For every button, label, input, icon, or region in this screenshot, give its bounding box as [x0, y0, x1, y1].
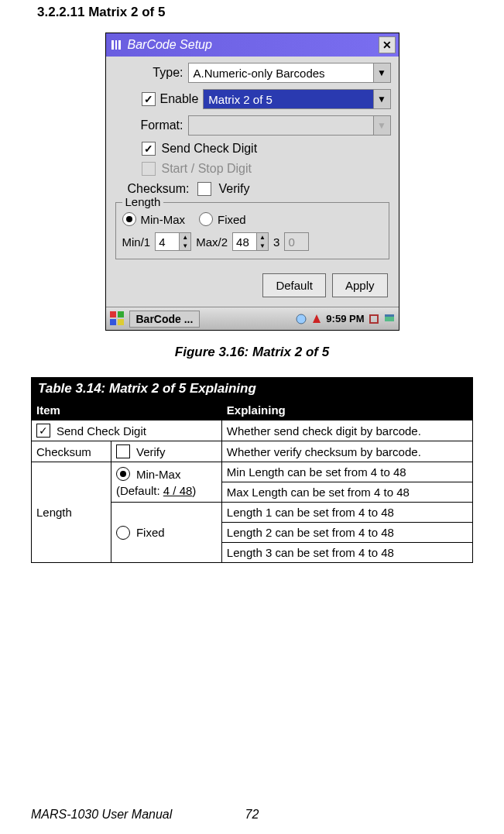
start-icon[interactable]: [109, 311, 126, 328]
svg-rect-8: [370, 315, 378, 323]
window-title: BarCode Setup: [128, 38, 374, 52]
col-item: Item: [32, 400, 222, 420]
page-footer: MARS-1030 User Manual 72: [0, 808, 504, 822]
enable-dropdown[interactable]: Matrix 2 of 5 ▼: [203, 89, 390, 109]
table-explain: Length 1 can be set from 4 to 48: [221, 503, 472, 523]
svg-rect-3: [110, 311, 116, 317]
table-item: Checksum: [32, 441, 111, 462]
length-legend: Length: [122, 195, 164, 208]
table-item: Fixed: [136, 526, 165, 539]
radio-icon: [116, 467, 130, 481]
verify-checkbox[interactable]: [197, 182, 211, 196]
svg-rect-0: [111, 40, 114, 50]
table-explain: Whether send check digit by barcode.: [221, 420, 472, 441]
apply-button[interactable]: Apply: [332, 273, 388, 297]
three-spinner: [284, 232, 309, 251]
chevron-down-icon: ▼: [373, 63, 390, 82]
svg-rect-2: [118, 40, 121, 50]
app-icon: [109, 38, 123, 52]
three-label: 3: [273, 235, 279, 249]
type-label: Type:: [114, 66, 183, 80]
format-label: Format:: [114, 118, 183, 132]
table-default: (Default: 4 / 48): [116, 484, 196, 497]
send-check-digit-label: Send Check Digit: [162, 142, 258, 156]
minmax-radio-label: Min-Max: [141, 213, 186, 226]
min1-spinner[interactable]: ▲▼: [155, 232, 191, 251]
figure-caption: Figure 3.16: Matrix 2 of 5: [31, 345, 473, 360]
table-item: Send Check Digit: [57, 424, 146, 438]
svg-rect-5: [110, 319, 116, 325]
up-icon[interactable]: ▲: [257, 233, 268, 242]
table-explain: Length 2 can be set from 4 to 48: [221, 523, 472, 543]
table-item-length: Length: [32, 462, 111, 563]
table-item: Min-Max: [136, 468, 181, 481]
footer-manual: MARS-1030 User Manual: [31, 808, 172, 822]
table-explain: Min Length can be set from 4 to 48: [221, 462, 472, 482]
footer-page-number: 72: [245, 808, 259, 822]
down-icon[interactable]: ▼: [257, 242, 268, 250]
min1-label: Min/1: [122, 235, 151, 249]
format-dropdown: ▼: [188, 115, 391, 136]
enable-checkbox[interactable]: ✓: [142, 92, 156, 106]
radio-icon: [116, 526, 130, 540]
chevron-down-icon: ▼: [373, 90, 390, 108]
start-stop-checkbox: [142, 162, 156, 176]
desktop-icon[interactable]: [383, 313, 396, 325]
svg-rect-1: [115, 40, 117, 50]
table-title: Table 3.14: Matrix 2 of 5 Explaining: [32, 378, 473, 400]
chevron-down-icon: ▼: [373, 116, 390, 135]
start-stop-label: Start / Stop Digit: [162, 162, 252, 176]
type-dropdown[interactable]: A.Numeric-only Barcodes ▼: [188, 63, 391, 83]
tray-icon[interactable]: [295, 313, 307, 325]
checkbox-icon: ✓: [36, 424, 50, 438]
type-value: A.Numeric-only Barcodes: [189, 67, 373, 80]
explain-table: Table 3.14: Matrix 2 of 5 Explaining Ite…: [31, 377, 473, 563]
taskbar-task[interactable]: BarCode ...: [129, 311, 201, 328]
screenshot-container: BarCode Setup ✕ Type: A.Numeric-only Bar…: [31, 33, 473, 331]
fixed-radio[interactable]: [199, 212, 213, 226]
minmax-radio[interactable]: [122, 212, 136, 226]
svg-rect-6: [118, 319, 124, 325]
close-button[interactable]: ✕: [379, 36, 396, 53]
verify-label: Verify: [219, 182, 250, 196]
tray-icon[interactable]: [310, 313, 323, 325]
table-item: Verify: [136, 445, 166, 458]
three-input: [285, 235, 308, 249]
svg-rect-4: [118, 311, 124, 317]
fixed-radio-label: Fixed: [218, 213, 246, 226]
max2-label: Max/2: [196, 235, 228, 249]
enable-value: Matrix 2 of 5: [204, 93, 372, 106]
min1-input[interactable]: [156, 235, 179, 249]
default-button[interactable]: Default: [262, 273, 326, 297]
barcode-setup-window: BarCode Setup ✕ Type: A.Numeric-only Bar…: [105, 33, 399, 331]
max2-spinner[interactable]: ▲▼: [232, 232, 269, 251]
table-explain: Whether verify checksum by barcode.: [221, 441, 472, 462]
col-explaining: Explaining: [221, 400, 472, 420]
up-icon[interactable]: ▲: [180, 233, 190, 242]
checksum-label: Checksum:: [128, 182, 190, 196]
window-titlebar: BarCode Setup ✕: [106, 33, 399, 57]
section-heading: 3.2.2.11 Matrix 2 of 5: [37, 5, 473, 20]
taskbar: BarCode ... 9:59 PM: [106, 307, 399, 330]
table-explain: Max Length can be set from 4 to 48: [221, 482, 472, 503]
send-check-digit-checkbox[interactable]: ✓: [142, 142, 156, 156]
enable-label: Enable: [160, 92, 199, 106]
table-explain: Length 3 can be set from 4 to 48: [221, 543, 472, 563]
length-group: Length Min-Max Fixed Min/1: [115, 202, 389, 259]
checkbox-icon: [116, 444, 130, 458]
taskbar-clock: 9:59 PM: [326, 313, 364, 324]
max2-input[interactable]: [233, 235, 256, 249]
tray-icon[interactable]: [368, 313, 380, 325]
down-icon[interactable]: ▼: [180, 242, 190, 250]
svg-point-7: [297, 314, 306, 324]
svg-rect-10: [385, 317, 394, 321]
